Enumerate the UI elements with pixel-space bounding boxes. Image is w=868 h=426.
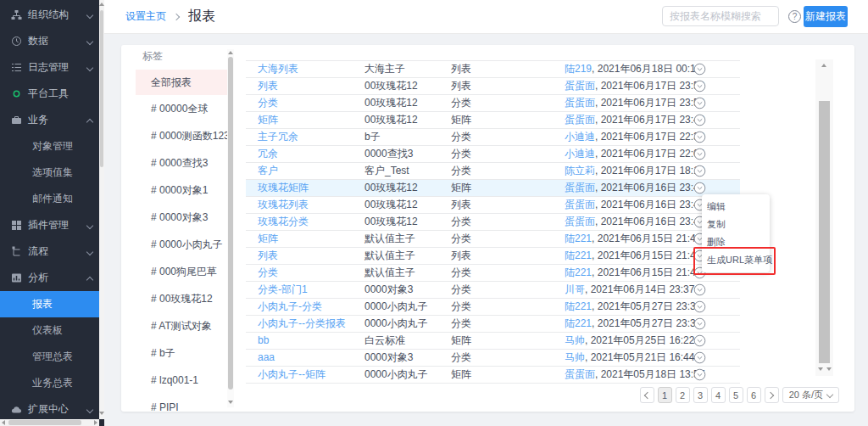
help-icon[interactable]: ? [788, 10, 801, 23]
owner-link[interactable]: 陆221 [565, 233, 592, 244]
report-name-link[interactable]: 玫瑰花分类 [258, 214, 309, 230]
report-name-link[interactable]: 分类 [258, 95, 278, 111]
row-actions-button[interactable] [693, 114, 706, 126]
owner-link[interactable]: 陆221 [565, 249, 592, 261]
table-row[interactable]: 冗余 0000查找3 分类 小迪迪2021年06月17日 22:04 [246, 146, 740, 163]
owner-link[interactable]: 蛋蛋面 [565, 114, 595, 126]
tag-item[interactable]: # 00玫瑰花12 [136, 285, 227, 312]
report-name-link[interactable]: 主子冗余 [258, 129, 298, 145]
sidebar-item-dashboard[interactable]: 仪表板 [0, 317, 99, 344]
page-number-button[interactable]: 1 [658, 387, 672, 403]
tag-item[interactable]: # 0000小肉丸子 [136, 231, 227, 258]
menu-item-copy[interactable]: 复制 [702, 216, 770, 233]
table-row[interactable]: 矩阵 00玫瑰花12 矩阵 蛋蛋面2021年06月17日 23:48 [246, 112, 740, 129]
row-actions-button[interactable] [693, 283, 706, 296]
owner-link[interactable]: 蛋蛋面 [565, 216, 595, 227]
scrollbar-thumb[interactable] [228, 57, 233, 390]
table-row[interactable]: 玫瑰花分类 00玫瑰花12 分类 蛋蛋面2021年06月16日 23:46 [246, 214, 740, 231]
row-actions-button[interactable] [693, 165, 706, 177]
scrollbar-thumb[interactable] [100, 10, 103, 167]
table-row[interactable]: 列表 默认值主子 列表 陆2212021年06月15日 21:48 [246, 248, 740, 265]
report-name-link[interactable]: 矩阵 [258, 231, 278, 247]
page-number-button[interactable]: 3 [693, 387, 708, 403]
tag-item[interactable]: # 000狗尾巴草 [136, 258, 227, 285]
tag-item[interactable]: # 0000对象1 [136, 177, 227, 204]
sidebar-item-log-management[interactable]: 日志管理 [0, 54, 99, 81]
sidebar-item-platform-tools[interactable]: 平台工具 [0, 81, 99, 107]
owner-link[interactable]: 小迪迪 [565, 131, 595, 143]
sidebar-vertical-scrollbar[interactable] [99, 0, 104, 419]
tag-item[interactable]: # 00000全球 [136, 95, 227, 122]
scroll-right-arrow-icon[interactable] [94, 420, 97, 425]
table-row[interactable]: 分类 默认值主子 分类 陆2212021年06月15日 21:47 [246, 265, 740, 282]
report-name-link[interactable]: 冗余 [258, 146, 278, 162]
table-row[interactable]: 分类-部门1 0000对象3 分类 川哥2021年06月14日 23:37 [246, 282, 740, 299]
tag-item[interactable]: # 0000测函数123 [136, 122, 227, 149]
sidebar-item-analysis[interactable]: 分析 [0, 265, 99, 291]
table-row[interactable]: 小肉丸子--矩阵 0000小肉丸子 矩阵 蛋蛋面2021年05月18日 13:5… [246, 367, 740, 384]
report-name-link[interactable]: bb [258, 333, 269, 349]
menu-item-generate-url[interactable]: 生成URL菜单项 [702, 251, 770, 269]
scrollbar-thumb[interactable] [819, 101, 830, 363]
report-name-link[interactable]: 分类 [258, 265, 278, 281]
page-number-button[interactable]: 5 [729, 387, 743, 403]
row-actions-button[interactable] [693, 131, 706, 143]
page-number-button[interactable]: 2 [676, 387, 690, 403]
scrollbar-thumb[interactable] [8, 420, 81, 425]
report-name-link[interactable]: 玫瑰花列表 [258, 197, 309, 213]
row-actions-button[interactable] [693, 351, 706, 364]
next-page-button[interactable] [765, 387, 779, 403]
menu-item-edit[interactable]: 编辑 [702, 198, 770, 216]
table-row[interactable]: 大海列表 大海主子 列表 陆2192021年06月18日 00:10 [246, 61, 740, 78]
report-name-link[interactable]: 列表 [258, 248, 278, 264]
row-actions-button[interactable] [693, 182, 706, 194]
tag-item[interactable]: # PIPI [136, 394, 227, 412]
sidebar-item-option-value-sets[interactable]: 选项值集 [0, 160, 99, 186]
report-name-link[interactable]: aaa [258, 350, 275, 366]
sidebar-item-business[interactable]: 业务 [0, 107, 99, 133]
table-row[interactable]: 玫瑰花矩阵 00玫瑰花12 矩阵 蛋蛋面2021年06月16日 23:48 [246, 180, 740, 197]
owner-link[interactable]: 陈立莉 [565, 165, 595, 177]
page-number-button[interactable]: 4 [711, 387, 726, 403]
report-name-link[interactable]: 分类-部门1 [258, 282, 308, 298]
tags-scrollbar[interactable] [227, 49, 234, 407]
sidebar-item-data[interactable]: 数据 [0, 28, 99, 54]
scroll-down-arrow-icon[interactable] [818, 367, 823, 371]
row-actions-button[interactable] [693, 317, 706, 330]
tag-item[interactable]: # b子 [136, 339, 227, 367]
owner-link[interactable]: 小迪迪 [565, 148, 595, 160]
owner-link[interactable]: 蛋蛋面 [565, 182, 595, 193]
table-row[interactable]: 客户 客户_Test 分类 陈立莉2021年06月17日 18:19 [246, 163, 740, 180]
report-name-link[interactable]: 小肉丸子--矩阵 [258, 367, 326, 383]
sidebar-item-business-summary[interactable]: 业务总表 [0, 370, 99, 396]
owner-link[interactable]: 马帅 [565, 334, 585, 346]
owner-link[interactable]: 蛋蛋面 [565, 199, 595, 210]
prev-page-button[interactable] [640, 387, 654, 403]
owner-link[interactable]: 蛋蛋面 [565, 80, 595, 92]
tag-item[interactable]: # lzq001-1 [136, 367, 227, 394]
menu-item-delete[interactable]: 删除 [702, 233, 770, 251]
sidebar-item-plugin-management[interactable]: 插件管理 [0, 212, 99, 238]
table-row[interactable]: bb 白云标准 矩阵 马帅2021年05月25日 16:22 [246, 333, 740, 350]
report-name-link[interactable]: 大海列表 [258, 61, 298, 77]
report-name-link[interactable]: 小肉丸子--分类报表 [258, 316, 346, 332]
new-report-button[interactable]: 新建报表 [804, 6, 848, 27]
report-name-link[interactable]: 客户 [258, 163, 278, 179]
table-row[interactable]: 小肉丸子--分类报表 0000小肉丸子 分类 陆2212021年05月27日 2… [246, 316, 740, 333]
owner-link[interactable]: 川哥 [565, 283, 585, 295]
owner-link[interactable]: 陆221 [565, 317, 592, 329]
table-row[interactable]: 玫瑰花列表 00玫瑰花12 列表 蛋蛋面2021年06月16日 23:47 [246, 197, 740, 214]
breadcrumb-settings-home-link[interactable]: 设置主页 [125, 9, 166, 24]
tag-item[interactable]: # 0000对象3 [136, 204, 227, 231]
owner-link[interactable]: 陆221 [565, 266, 592, 278]
sidebar-item-reports[interactable]: 报表 [0, 291, 99, 317]
sidebar-item-email-notification[interactable]: 邮件通知 [0, 186, 99, 212]
sidebar-item-org-structure[interactable]: 组织结构 [0, 2, 99, 28]
table-row[interactable]: 列表 00玫瑰花12 列表 蛋蛋面2021年06月17日 23:53 [246, 78, 740, 95]
report-name-link[interactable]: 矩阵 [258, 112, 278, 128]
report-search-input[interactable] [662, 6, 779, 26]
scroll-down-arrow-icon[interactable] [99, 412, 104, 415]
row-actions-button[interactable] [693, 368, 706, 381]
sidebar-item-object-management[interactable]: 对象管理 [0, 133, 99, 160]
owner-link[interactable]: 马帅 [565, 351, 585, 363]
